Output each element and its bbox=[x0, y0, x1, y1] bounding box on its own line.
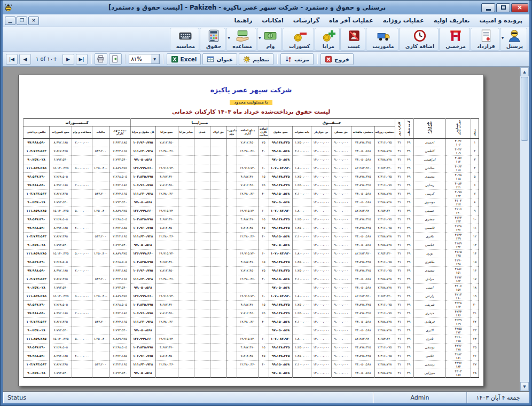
table-row: ۲۷۴۲۹۷ ۱۸۴رستمی۴۹۳۱۲،۳۸۸،۷۲۸۷۴،۰۵۰،۵۶۸۹،… bbox=[24, 361, 479, 369]
next-page-button[interactable]: ▶ bbox=[62, 54, 74, 65]
scrollbar-thumb[interactable] bbox=[521, 77, 528, 141]
cell-mos bbox=[72, 190, 92, 198]
menu-item-0[interactable]: پرونده و امنیت bbox=[475, 15, 528, 26]
cell-monthly: ۸۲،۲۸۳،۹۲۰ bbox=[351, 164, 374, 173]
sort-button[interactable]: مرتب bbox=[280, 53, 314, 65]
cell-summ: ۱۲،۴۸۰،۳۶۰ bbox=[155, 190, 178, 198]
scroll-up-icon[interactable]: ▲ bbox=[520, 67, 529, 76]
last-page-button[interactable]: ▶| bbox=[76, 54, 88, 65]
cell-daily: ۲،۳۸۸،۷۲۸ bbox=[375, 190, 395, 198]
toolbar-button-salary[interactable]: حقوق bbox=[200, 28, 225, 51]
chevron-down-icon[interactable]: ▼ bbox=[502, 36, 504, 39]
main-toolbar: پرسنل▼قراردادمرخصیاضافه کاریماموریتغیبتم… bbox=[3, 27, 529, 52]
cell-sumh: ۹۹،۱۴۸،۳۲۵ bbox=[269, 301, 292, 309]
scroll-down-icon[interactable]: ▼ bbox=[520, 382, 529, 391]
cell-days: ۳۱ bbox=[395, 216, 404, 224]
toolbar-button-contract[interactable]: قرارداد bbox=[471, 28, 499, 51]
cell-sumh: ۹۷،۰۵۰،۵۶۸ bbox=[269, 241, 292, 250]
mdi-close-button[interactable]: × bbox=[28, 17, 39, 25]
cell-radif: ۶ bbox=[471, 181, 479, 190]
cell-mal: ۵۴۳،۲۰۰ bbox=[92, 190, 109, 198]
gear-icon bbox=[243, 55, 251, 63]
cell-radif: ۱۷ bbox=[471, 275, 479, 284]
cell-ezh: ۴۰ bbox=[259, 361, 269, 369]
cell-ezh bbox=[259, 327, 269, 335]
cell-summ: ۴،۶۸۷،۴۷۰ bbox=[155, 301, 178, 309]
toolbar-button-overtime[interactable]: اضافه کاری bbox=[399, 28, 439, 51]
toolbar-button-deductions[interactable]: کسورات bbox=[283, 28, 314, 51]
scrollbar-track[interactable] bbox=[520, 141, 529, 382]
settings-button[interactable]: تنظیم bbox=[239, 53, 273, 65]
cell-ezh: ۱۵ bbox=[259, 301, 269, 309]
mdi-restore-button[interactable]: ❐ bbox=[17, 17, 27, 25]
toolbar-button-absence[interactable]: غیبت bbox=[340, 28, 365, 51]
menu-item-1[interactable]: تعاریف اولیه bbox=[429, 15, 475, 26]
cell-ezm: ۱۹،۹۱۵،۷۴۰ bbox=[237, 207, 259, 216]
column-header-sayer: سایر مزایا bbox=[178, 126, 194, 139]
mdi-minimize-button[interactable]: ▁ bbox=[5, 17, 15, 25]
menu-item-2[interactable]: عملیات روزانه bbox=[378, 15, 429, 26]
cell-sanavat: ۲،۱۰۰،۰۰۰ bbox=[293, 318, 311, 327]
toolbar-button-loan[interactable]: وام▼ bbox=[257, 28, 282, 51]
cell-sumh: ۹۹،۱۵۰،۵۶۸ bbox=[269, 190, 292, 198]
cell-name: امینی bbox=[413, 284, 446, 292]
zoom-select[interactable]: ۸۱% ▼ bbox=[129, 54, 160, 64]
cell-sumh: ۹۹،۱۵۰،۵۶۸ bbox=[269, 275, 292, 284]
group-header-kosurat: کـــســـورات bbox=[24, 119, 131, 126]
title-settings-button[interactable]: عنوان bbox=[202, 53, 237, 65]
cell-mam bbox=[226, 335, 237, 344]
chevron-down-icon[interactable]: ▼ bbox=[151, 54, 159, 63]
toolbar-button-leave[interactable]: مرخصی bbox=[439, 28, 470, 51]
cell-sayer bbox=[178, 284, 194, 292]
column-header-net: خالص پرداختی bbox=[24, 126, 50, 139]
cell-days: ۳۱ bbox=[395, 318, 404, 327]
menu-item-4[interactable]: گزارشات bbox=[288, 15, 324, 26]
toolbar-button-mission[interactable]: ماموریت bbox=[366, 28, 398, 51]
cell-mal: ۱،۲۵۰،۴۰۰ bbox=[92, 292, 109, 301]
toolbar-button-benefits[interactable]: مزایا bbox=[315, 28, 340, 51]
cell-radif: ۲۶ bbox=[471, 352, 479, 361]
print-button[interactable] bbox=[95, 53, 107, 65]
maximize-button[interactable] bbox=[496, 3, 510, 12]
cell-sayer bbox=[178, 301, 194, 309]
cell-daily: ۲،۳۸۸،۷۲۸ bbox=[375, 233, 395, 241]
cell-monthly: ۷۴،۸۹۸،۳۲۵ bbox=[351, 352, 374, 361]
first-page-button[interactable]: |◀ bbox=[6, 54, 18, 65]
menu-item-3[interactable]: عملیات آخر ماه bbox=[324, 15, 378, 26]
menu-item-6[interactable]: راهنما bbox=[230, 15, 257, 26]
window-grid-icon bbox=[207, 55, 214, 63]
cell-name: سعیدی bbox=[413, 267, 446, 275]
cell-days: ۳۱ bbox=[395, 292, 404, 301]
minimize-button[interactable] bbox=[481, 3, 495, 12]
prev-page-button[interactable]: ◀ bbox=[19, 54, 31, 65]
chevron-down-icon[interactable]: ▼ bbox=[259, 36, 261, 39]
toolbar-button-compute[interactable]: محاسبه bbox=[170, 28, 199, 51]
cell-ezh bbox=[259, 369, 269, 378]
overtime-icon bbox=[413, 29, 427, 43]
export-button[interactable] bbox=[109, 53, 122, 65]
group-header-hoquq: حـــقـــوق bbox=[269, 119, 395, 126]
cell-olad bbox=[210, 233, 226, 241]
exit-button[interactable]: خروج bbox=[320, 53, 354, 65]
cell-account: ۴۱۰۲ ۱۲۷ bbox=[446, 198, 471, 207]
cell-maskan: ۹،۰۰۰،۰۰۰ bbox=[331, 173, 351, 181]
cell-sumh: ۱۰۷،۰۸۳،۹۲۰ bbox=[269, 207, 292, 216]
vertical-scrollbar[interactable]: ▲ ▼ bbox=[520, 67, 529, 391]
cell-name: حیدری bbox=[413, 309, 446, 318]
cell-total: ۱۰۶،۹۶۰،۷۷۵ bbox=[130, 224, 155, 233]
excel-export-button[interactable]: Excel bbox=[167, 53, 201, 65]
toolbar-button-person[interactable]: پرسنل▼ bbox=[500, 28, 527, 51]
cell-name: زارعی bbox=[413, 292, 446, 301]
menu-item-5[interactable]: امکانات bbox=[257, 15, 288, 26]
cell-grp: ۴۹ bbox=[404, 258, 414, 267]
column-header-eydi: عیدی bbox=[194, 126, 210, 139]
cell-bime: ۶،۹۹۲،۱۸۵ bbox=[109, 139, 131, 147]
cell-mos: ۲،۰۰۰،۰۰۰ bbox=[72, 139, 92, 147]
toolbar-button-advance[interactable]: مساعده▼ bbox=[226, 28, 256, 51]
chevron-down-icon[interactable]: ▼ bbox=[228, 36, 230, 39]
column-header-bon: بن خواربار bbox=[311, 126, 331, 139]
close-button[interactable]: × bbox=[511, 3, 528, 12]
contract-icon bbox=[479, 29, 493, 43]
cell-daily: ۲،۳۸۸،۷۲۸ bbox=[375, 156, 395, 164]
cell-bon: ۱۴،۰۰۰،۰۰۰ bbox=[311, 224, 331, 233]
